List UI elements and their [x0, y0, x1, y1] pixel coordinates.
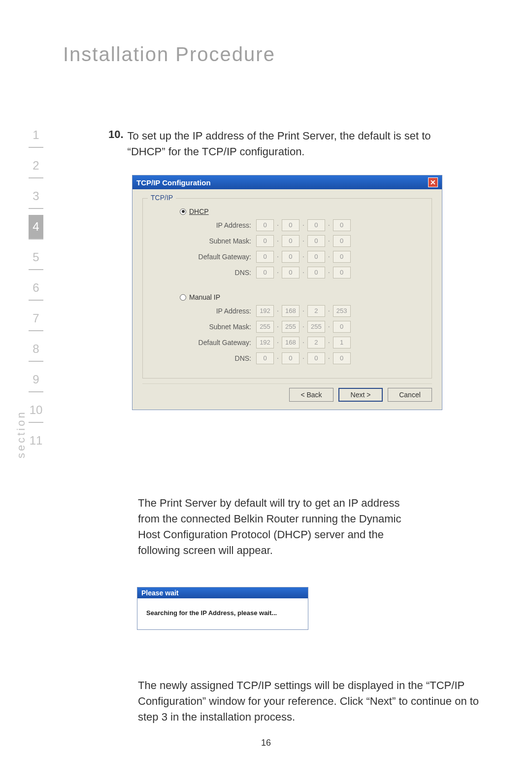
radio-icon[interactable]: [180, 208, 186, 215]
oct[interactable]: 168: [282, 305, 299, 317]
oct[interactable]: 0: [282, 352, 299, 364]
dhcp-subnet-row: Subnet Mask: 0. 0. 0. 0: [153, 235, 422, 247]
page-title: Installation Procedure: [63, 43, 275, 66]
section-num-4[interactable]: 4: [29, 215, 43, 240]
step-number: 10.: [108, 128, 124, 160]
section-num-1[interactable]: 1: [29, 123, 43, 148]
manual-radio-label: Manual IP: [189, 293, 220, 301]
oct[interactable]: 0: [333, 219, 351, 231]
section-num-3[interactable]: 3: [29, 184, 43, 209]
dhcp-ip-octets: 0. 0. 0. 0: [256, 219, 351, 231]
oct[interactable]: 168: [282, 337, 299, 348]
dhcp-ip-row: IP Address: 0. 0. 0. 0: [153, 219, 422, 231]
section-num-6[interactable]: 6: [29, 276, 43, 301]
oct[interactable]: 0: [333, 267, 351, 278]
manual-ip-row: IP Address: 192. 168. 2. 253: [153, 305, 422, 317]
oct[interactable]: 0: [333, 321, 351, 333]
section-num-11[interactable]: 11: [29, 429, 43, 452]
dhcp-gateway-row: Default Gateway: 0. 0. 0. 0: [153, 251, 422, 263]
back-button[interactable]: < Back: [289, 388, 333, 402]
section-label: section: [15, 202, 28, 458]
radio-icon[interactable]: [180, 294, 186, 301]
label-subnet: Subnet Mask:: [153, 237, 256, 245]
dhcp-subnet-octets: 0. 0. 0. 0: [256, 235, 351, 247]
please-wait-text: Searching for the IP Address, please wai…: [137, 598, 308, 629]
section-num-5[interactable]: 5: [29, 245, 43, 270]
dhcp-radio-row[interactable]: DHCP: [180, 207, 422, 215]
oct[interactable]: 0: [282, 235, 299, 247]
please-wait-dialog: Please wait Searching for the IP Address…: [137, 587, 308, 630]
label-gateway: Default Gateway:: [153, 339, 256, 346]
section-sidebar: section 1 2 3 4 5 6 7 8 9 10 11: [15, 123, 59, 458]
oct[interactable]: 192: [256, 337, 274, 348]
label-dns: DNS:: [153, 354, 256, 362]
oct[interactable]: 0: [333, 235, 351, 247]
manual-subnet-octets: 255. 255. 255. 0: [256, 321, 351, 333]
paragraph-next-step: The newly assigned TCP/IP settings will …: [138, 678, 483, 725]
oct[interactable]: 1: [333, 337, 351, 348]
oct[interactable]: 0: [333, 251, 351, 263]
manual-gateway-octets: 192. 168. 2. 1: [256, 337, 351, 348]
dialog-title: Please wait: [141, 589, 179, 597]
oct[interactable]: 0: [307, 352, 325, 364]
oct[interactable]: 253: [333, 305, 351, 317]
label-ip: IP Address:: [153, 221, 256, 229]
section-num-10[interactable]: 10: [29, 398, 43, 423]
oct[interactable]: 0: [282, 219, 299, 231]
oct[interactable]: 2: [307, 305, 325, 317]
paragraph-dhcp-explain: The Print Server by default will try to …: [138, 495, 424, 558]
manual-dns-octets: 0. 0. 0. 0: [256, 352, 351, 364]
label-subnet: Subnet Mask:: [153, 323, 256, 331]
label-gateway: Default Gateway:: [153, 253, 256, 261]
section-numbers: 1 2 3 4 5 6 7 8 9 10 11: [29, 123, 43, 458]
oct[interactable]: 255: [256, 321, 274, 333]
step-10: 10. To set up the IP address of the Prin…: [108, 128, 458, 160]
oct[interactable]: 0: [282, 251, 299, 263]
oct[interactable]: 0: [282, 267, 299, 278]
dialog-buttons: < Back Next > Cancel: [133, 384, 442, 410]
step-text: To set up the IP address of the Print Se…: [128, 128, 458, 160]
cancel-button[interactable]: Cancel: [388, 388, 432, 402]
oct[interactable]: 255: [307, 321, 325, 333]
section-num-7[interactable]: 7: [29, 307, 43, 331]
manual-ip-octets: 192. 168. 2. 253: [256, 305, 351, 317]
oct[interactable]: 0: [333, 352, 351, 364]
oct[interactable]: 0: [307, 235, 325, 247]
oct[interactable]: 2: [307, 337, 325, 348]
dialog-titlebar: Please wait: [137, 587, 308, 598]
manual-subnet-row: Subnet Mask: 255. 255. 255. 0: [153, 321, 422, 333]
dhcp-radio-label: DHCP: [189, 207, 209, 215]
oct[interactable]: 0: [256, 267, 274, 278]
tcpip-config-dialog: TCP/IP Configuration ✕ TCP/IP DHCP IP Ad…: [132, 175, 442, 410]
dhcp-gateway-octets: 0. 0. 0. 0: [256, 251, 351, 263]
label-dns: DNS:: [153, 269, 256, 276]
oct[interactable]: 0: [307, 251, 325, 263]
dhcp-dns-octets: 0. 0. 0. 0: [256, 267, 351, 278]
oct[interactable]: 0: [256, 352, 274, 364]
section-num-8[interactable]: 8: [29, 337, 43, 362]
page-number: 16: [0, 738, 532, 748]
dhcp-dns-row: DNS: 0. 0. 0. 0: [153, 267, 422, 278]
next-button[interactable]: Next >: [338, 388, 383, 402]
fieldset-legend: TCP/IP: [148, 194, 176, 202]
oct[interactable]: 0: [256, 219, 274, 231]
oct[interactable]: 192: [256, 305, 274, 317]
section-num-9[interactable]: 9: [29, 368, 43, 392]
oct[interactable]: 0: [307, 219, 325, 231]
label-ip: IP Address:: [153, 307, 256, 315]
tcpip-fieldset: TCP/IP DHCP IP Address: 0. 0. 0. 0 Subne…: [142, 198, 432, 379]
manual-dns-row: DNS: 0. 0. 0. 0: [153, 352, 422, 364]
dialog-title: TCP/IP Configuration: [136, 178, 211, 187]
oct[interactable]: 255: [282, 321, 299, 333]
manual-radio-row[interactable]: Manual IP: [180, 293, 422, 301]
section-num-2[interactable]: 2: [29, 154, 43, 178]
oct[interactable]: 0: [256, 235, 274, 247]
manual-gateway-row: Default Gateway: 192. 168. 2. 1: [153, 337, 422, 348]
oct[interactable]: 0: [307, 267, 325, 278]
dialog-titlebar: TCP/IP Configuration ✕: [133, 175, 442, 189]
close-icon[interactable]: ✕: [428, 177, 438, 187]
oct[interactable]: 0: [256, 251, 274, 263]
